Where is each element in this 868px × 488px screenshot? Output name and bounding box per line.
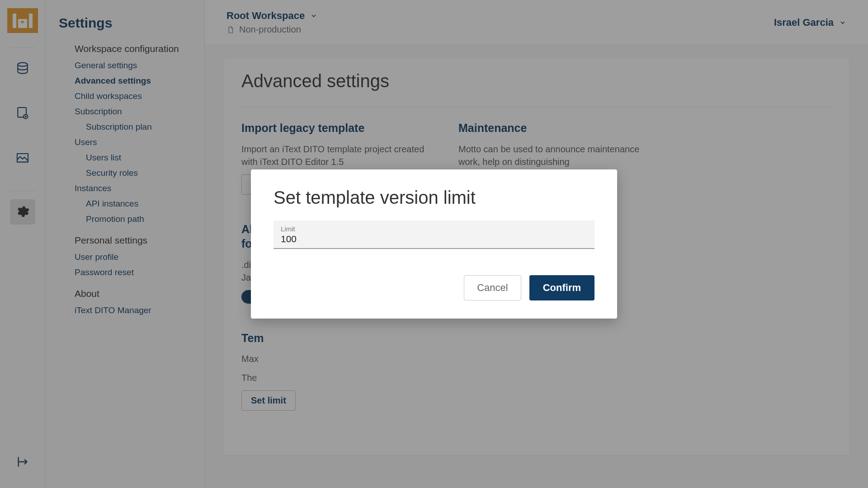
- confirm-button[interactable]: Confirm: [529, 275, 594, 300]
- limit-field[interactable]: Limit: [274, 221, 594, 249]
- limit-label: Limit: [281, 225, 587, 233]
- modal-overlay[interactable]: Set template version limit Limit Cancel …: [0, 0, 868, 488]
- limit-input[interactable]: [281, 233, 587, 244]
- cancel-button[interactable]: Cancel: [464, 275, 521, 300]
- set-limit-modal: Set template version limit Limit Cancel …: [251, 169, 617, 319]
- modal-title: Set template version limit: [274, 188, 594, 208]
